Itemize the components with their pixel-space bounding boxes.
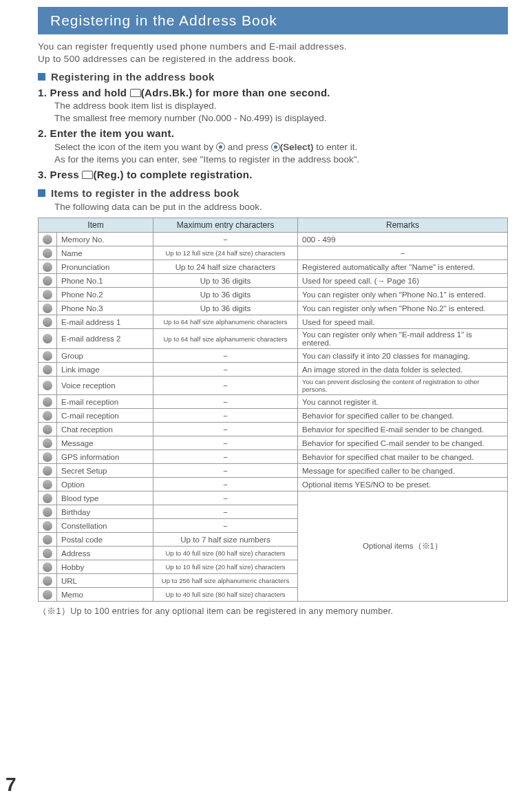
cell-remarks: 000 - 499 bbox=[298, 233, 508, 246]
cell-item: Birthday bbox=[57, 505, 153, 519]
cell-max: Up to 10 full size (20 half size) charac… bbox=[153, 560, 298, 574]
cell-max: − bbox=[153, 409, 298, 423]
cell-max: Up to 7 half size numbers bbox=[153, 533, 298, 547]
step-1-pre: Press and hold bbox=[50, 87, 127, 98]
cell-item: Blood type bbox=[57, 491, 153, 505]
cell-remarks: Used for speed call. (→ Page 16) bbox=[298, 274, 508, 288]
step-2: 2. Enter the item you want. Select the i… bbox=[38, 127, 508, 165]
step-3-key: (Reg.) bbox=[93, 169, 123, 180]
cell-max: Up to 36 digits bbox=[153, 288, 298, 302]
item-icon bbox=[43, 235, 52, 244]
cell-remarks: Used for speed mail. bbox=[298, 315, 508, 329]
table-row: NameUp to 12 full size (24 half size) ch… bbox=[39, 246, 508, 260]
cell-item: Link image bbox=[57, 363, 153, 377]
item-icon bbox=[43, 317, 52, 327]
soft-key-icon bbox=[130, 89, 141, 97]
items-table: Item Maximum entry characters Remarks Me… bbox=[38, 218, 508, 602]
step-3: 3. Press (Reg.) to complete registration… bbox=[38, 169, 508, 180]
step-1-key: (Adrs.Bk.) bbox=[141, 87, 193, 98]
cell-remarks: Behavior for specified caller to be chan… bbox=[298, 409, 508, 423]
intro-line-2: Up to 500 addresses can be registered in… bbox=[38, 54, 508, 64]
cell-item: Phone No.3 bbox=[57, 302, 153, 315]
cell-max: Up to 64 half size alphanumeric characte… bbox=[153, 329, 298, 349]
section-registering-title: Registering in the address book bbox=[51, 71, 215, 83]
cell-max: Up to 36 digits bbox=[153, 302, 298, 315]
cell-max: Up to 40 full size (80 half size) charac… bbox=[153, 547, 298, 560]
cell-remarks: Registered automatically after "Name" is… bbox=[298, 260, 508, 274]
cell-item: Constellation bbox=[57, 519, 153, 533]
cell-max: − bbox=[153, 450, 298, 464]
table-row: Link image−An image stored in the data f… bbox=[39, 363, 508, 377]
item-icon bbox=[43, 397, 52, 407]
cell-item: Phone No.2 bbox=[57, 288, 153, 302]
item-icon bbox=[43, 304, 52, 313]
step-1-body-b: The smallest free memory number (No.000 … bbox=[54, 113, 508, 123]
item-icon bbox=[43, 494, 52, 503]
cell-max: − bbox=[153, 363, 298, 377]
intro-line-1: You can register frequently used phone n… bbox=[38, 41, 508, 52]
step-3-number: 3. bbox=[38, 169, 47, 180]
cell-item: Name bbox=[57, 246, 153, 260]
table-row: Phone No.1Up to 36 digitsUsed for speed … bbox=[39, 274, 508, 288]
table-row: PronunciationUp to 24 half size characte… bbox=[39, 260, 508, 274]
item-icon bbox=[43, 562, 52, 572]
cell-remarks: You can register only when "E-mail addre… bbox=[298, 329, 508, 349]
section-registering: Registering in the address book bbox=[38, 71, 508, 83]
cell-remarks: Message for specified caller to be chang… bbox=[298, 464, 508, 478]
cell-item: Hobby bbox=[57, 560, 153, 574]
cell-item: Phone No.1 bbox=[57, 274, 153, 288]
table-row: Option−Optional items YES/NO to be prese… bbox=[39, 478, 508, 491]
item-icon bbox=[43, 576, 52, 586]
cell-item: E-mail reception bbox=[57, 395, 153, 409]
table-row: Chat reception−Behavior for specified E-… bbox=[39, 423, 508, 436]
cell-max: Up to 12 full size (24 half size) charac… bbox=[153, 246, 298, 260]
cell-remarks: − bbox=[298, 246, 508, 260]
cell-remarks: You can register only when "Phone No.2" … bbox=[298, 302, 508, 315]
cell-item: Option bbox=[57, 478, 153, 491]
item-icon bbox=[43, 549, 52, 558]
section-items-title: Items to register in the address book bbox=[51, 187, 240, 199]
cell-item: Group bbox=[57, 349, 153, 363]
step-2-body-d: As for the items you can enter, see "Ite… bbox=[54, 154, 508, 165]
cell-max: Up to 64 half size alphanumeric characte… bbox=[153, 315, 298, 329]
cell-remarks: You can classify it into 20 classes for … bbox=[298, 349, 508, 363]
item-icon bbox=[43, 276, 52, 286]
cell-max: − bbox=[153, 464, 298, 478]
step-1: 1. Press and hold (Adrs.Bk.) for more th… bbox=[38, 87, 508, 123]
item-icon bbox=[43, 466, 52, 476]
step-1-post: for more than one second. bbox=[195, 87, 330, 98]
item-icon bbox=[43, 438, 52, 448]
step-2-number: 2. bbox=[38, 127, 47, 139]
item-icon bbox=[43, 480, 52, 489]
item-icon bbox=[43, 535, 52, 544]
step-1-body-a: The address book item list is displayed. bbox=[54, 100, 508, 111]
table-row: E-mail reception−You cannot register it. bbox=[39, 395, 508, 409]
item-icon bbox=[43, 425, 52, 434]
item-icon bbox=[43, 411, 52, 421]
cell-remarks: Behavior for specified C-mail sender to … bbox=[298, 436, 508, 450]
cell-max: − bbox=[153, 233, 298, 246]
table-row: C-mail reception−Behavior for specified … bbox=[39, 409, 508, 423]
cell-item: E-mail address 2 bbox=[57, 329, 153, 349]
table-row: Blood type−Optional items（※1） bbox=[39, 491, 508, 505]
soft-key-icon bbox=[82, 171, 93, 179]
cell-max: Up to 256 half size alphanumeric charact… bbox=[153, 574, 298, 588]
item-icon bbox=[43, 248, 52, 258]
item-icon bbox=[43, 365, 52, 374]
table-row: Voice reception−You can prevent disclosi… bbox=[39, 377, 508, 395]
step-2-text: Enter the item you want. bbox=[50, 127, 175, 139]
cell-remarks: An image stored in the data folder is se… bbox=[298, 363, 508, 377]
cell-remarks: Behavior for specified E-mail sender to … bbox=[298, 423, 508, 436]
cell-remarks-optional: Optional items（※1） bbox=[298, 491, 508, 602]
cell-max: Up to 40 full size (80 half size) charac… bbox=[153, 588, 298, 602]
section-items-sub: The following data can be put in the add… bbox=[54, 202, 508, 212]
cell-remarks: You cannot register it. bbox=[298, 395, 508, 409]
cell-item: E-mail address 1 bbox=[57, 315, 153, 329]
cell-remarks: You can prevent disclosing the content o… bbox=[298, 377, 508, 395]
table-row: Phone No.3Up to 36 digitsYou can registe… bbox=[39, 302, 508, 315]
step-2-select: (Select) bbox=[280, 142, 314, 152]
item-icon bbox=[43, 452, 52, 462]
cell-max: − bbox=[153, 423, 298, 436]
item-icon bbox=[43, 290, 52, 299]
table-row: Secret Setup−Message for specified calle… bbox=[39, 464, 508, 478]
